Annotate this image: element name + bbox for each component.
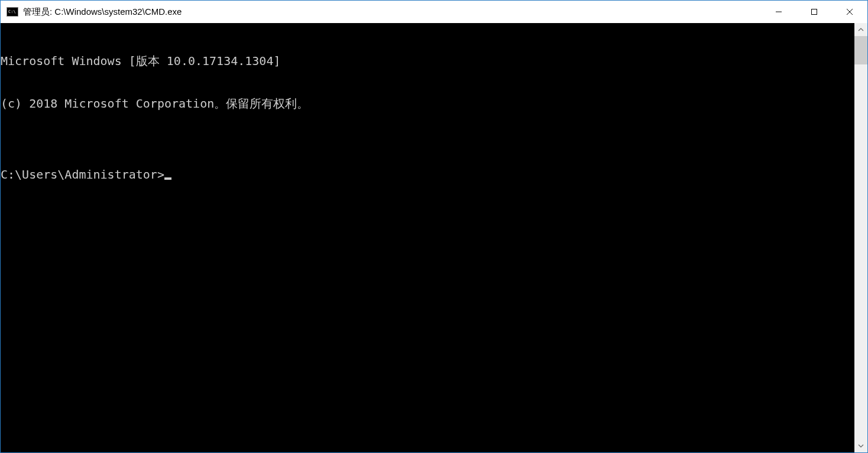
svg-rect-1 [812, 9, 817, 15]
window-controls [761, 1, 867, 23]
app-icon: C:\ [7, 7, 18, 17]
scroll-up-button[interactable] [854, 23, 867, 36]
vertical-scrollbar[interactable] [854, 23, 867, 452]
scroll-thumb[interactable] [854, 36, 867, 64]
close-button[interactable] [832, 1, 867, 23]
client-area: Microsoft Windows [版本 10.0.17134.1304] (… [1, 23, 867, 452]
maximize-button[interactable] [796, 1, 832, 23]
close-icon [846, 8, 853, 15]
minimize-button[interactable] [761, 1, 796, 23]
terminal-line-copyright: (c) 2018 Microsoft Corporation。保留所有权利。 [1, 96, 854, 111]
cmd-window: C:\ 管理员: C:\Windows\system32\CMD.exe Mic… [0, 0, 868, 453]
terminal-prompt-line: C:\Users\Administrator> [1, 167, 854, 182]
terminal-prompt: C:\Users\Administrator> [1, 167, 164, 182]
terminal-line-version: Microsoft Windows [版本 10.0.17134.1304] [1, 54, 854, 68]
titlebar[interactable]: C:\ 管理员: C:\Windows\system32\CMD.exe [1, 1, 867, 23]
app-icon-label: C:\ [8, 10, 16, 14]
minimize-icon [775, 8, 782, 15]
maximize-icon [811, 8, 818, 15]
cursor [164, 177, 171, 180]
chevron-up-icon [858, 27, 864, 33]
terminal-output[interactable]: Microsoft Windows [版本 10.0.17134.1304] (… [1, 23, 854, 452]
window-title: 管理员: C:\Windows\system32\CMD.exe [23, 7, 761, 18]
scroll-track[interactable] [854, 36, 867, 439]
scroll-down-button[interactable] [854, 439, 867, 452]
chevron-down-icon [858, 443, 864, 449]
